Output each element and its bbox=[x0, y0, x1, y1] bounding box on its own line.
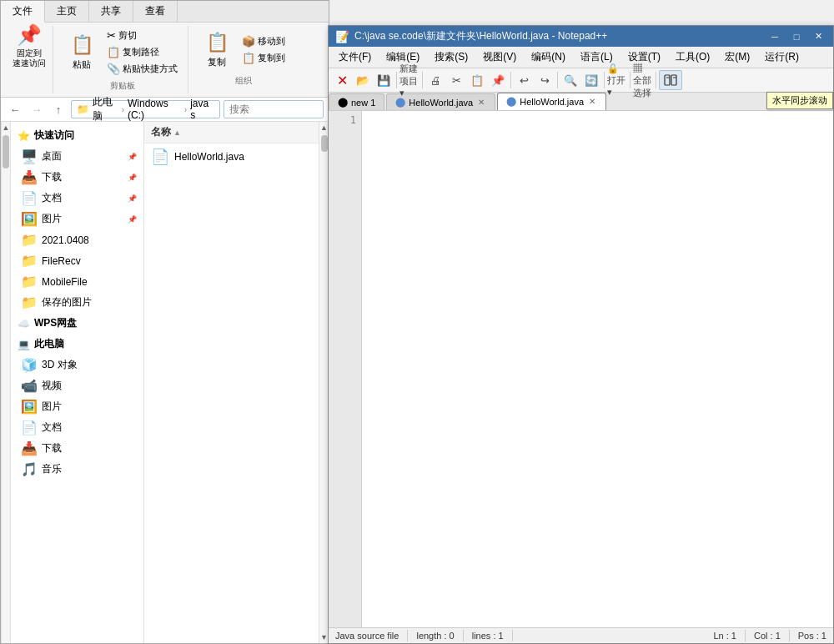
path-arrow-2: › bbox=[184, 105, 187, 114]
menu-macro[interactable]: 宏(M) bbox=[718, 48, 756, 66]
sidebar-item-downloads2[interactable]: 📥 下载 bbox=[11, 438, 143, 459]
menu-run[interactable]: 运行(R) bbox=[758, 48, 806, 66]
tab-helloworld1-close[interactable]: ✕ bbox=[476, 97, 486, 108]
tab-view[interactable]: 查看 bbox=[133, 1, 178, 22]
tb-undo-button[interactable]: ↩ bbox=[514, 70, 534, 90]
file-scroll-thumb[interactable] bbox=[321, 135, 328, 152]
folder-filerecv-icon: 📁 bbox=[21, 253, 38, 269]
sidebar-item-savedpics[interactable]: 📁 保存的图片 bbox=[11, 292, 143, 313]
back-button[interactable]: ← bbox=[6, 100, 24, 118]
pin-indicator-4: 📌 bbox=[128, 215, 137, 224]
address-path[interactable]: 📁 此电脑 › Windows (C:) › java s bbox=[71, 100, 220, 118]
sidebar-scroll-track[interactable]: ▲ bbox=[1, 122, 11, 643]
tab-helloworld2-close[interactable]: ✕ bbox=[587, 96, 597, 107]
paste-shortcut-button[interactable]: 📎 粘贴快捷方式 bbox=[103, 61, 181, 77]
paste-button[interactable]: 📋 粘贴 bbox=[63, 30, 100, 74]
tab-new1-dot: ⬤ bbox=[338, 97, 348, 108]
menu-file[interactable]: 文件(F) bbox=[332, 48, 378, 66]
pin-to-quick-access-button[interactable]: 📌 固定到速速访问 bbox=[13, 28, 46, 64]
wps-label: WPS网盘 bbox=[34, 316, 77, 330]
tab-new1[interactable]: ⬤ new 1 bbox=[329, 93, 384, 110]
copy-button[interactable]: 📋 复制 bbox=[198, 28, 235, 72]
sidebar-item-pictures[interactable]: 🖼️ 图片 📌 bbox=[11, 209, 143, 229]
file-scroll-up[interactable]: ▲ bbox=[320, 123, 328, 132]
svg-rect-0 bbox=[665, 75, 670, 85]
sidebar-item-music[interactable]: 🎵 音乐 bbox=[11, 459, 143, 480]
sidebar-item-videos[interactable]: 📹 视频 bbox=[11, 375, 143, 396]
sidebar-item-3d[interactable]: 🧊 3D 对象 bbox=[11, 355, 143, 375]
status-sep-4 bbox=[745, 630, 746, 641]
npp-minimize-button[interactable]: ─ bbox=[766, 30, 783, 43]
folder-mobilefile-icon: 📁 bbox=[21, 274, 38, 289]
tb-save-button[interactable]: 💾 bbox=[374, 70, 394, 90]
scissors-icon: ✂ bbox=[107, 29, 116, 42]
ribbon-group-pin: 📌 固定到速速访问 bbox=[6, 26, 53, 93]
tb-find-button[interactable]: 🔍 bbox=[560, 70, 580, 90]
sidebar-item-docs2[interactable]: 📄 文档 bbox=[11, 417, 143, 438]
tb-copy-button[interactable]: 📋 bbox=[467, 70, 487, 90]
move-to-button[interactable]: 📦 移动到 bbox=[239, 33, 289, 49]
copy-to-button[interactable]: 📋 复制到 bbox=[239, 50, 289, 66]
sidebar-item-pics2[interactable]: 🖼️ 图片 bbox=[11, 396, 143, 417]
tab-share[interactable]: 共享 bbox=[89, 1, 133, 22]
file-list-with-scroll: 名称 ▲ 📄 HelloWorld.java bbox=[144, 122, 319, 643]
menu-view[interactable]: 视图(V) bbox=[476, 48, 523, 66]
sidebar-item-docs[interactable]: 📄 文档 📌 bbox=[11, 188, 143, 209]
sidebar-item-desktop[interactable]: 🖥️ 桌面 📌 bbox=[11, 146, 143, 167]
ribbon: 文件 主页 共享 查看 📌 固定到速速访问 📋 粘贴 bbox=[1, 1, 329, 98]
menu-search[interactable]: 搜索(S) bbox=[428, 48, 475, 66]
status-filetype: Java source file bbox=[335, 631, 399, 641]
tab-helloworld2[interactable]: ⬤ HelloWorld.java ✕ bbox=[497, 93, 606, 110]
file-scroll-down[interactable]: ▼ bbox=[320, 633, 328, 641]
tb-redo-button[interactable]: ↪ bbox=[535, 70, 555, 90]
move-icon: 📦 bbox=[242, 35, 255, 48]
tb-open-button[interactable]: 📂 bbox=[353, 70, 373, 90]
tb-new-project-button[interactable]: 新建项目▾ bbox=[399, 70, 420, 90]
tb-paste-button[interactable]: 📌 bbox=[488, 70, 508, 90]
sidebar-item-2021[interactable]: 📁 2021.0408 bbox=[11, 229, 143, 250]
code-editor[interactable] bbox=[362, 111, 833, 627]
status-ln: Ln : 1 bbox=[713, 631, 736, 641]
scroll-thumb[interactable] bbox=[3, 135, 9, 169]
sidebar-item-downloads[interactable]: 📥 下载 📌 bbox=[11, 167, 143, 188]
music-icon: 🎵 bbox=[21, 461, 38, 477]
downloads2-icon: 📥 bbox=[21, 440, 38, 456]
tb-sync-scroll-button[interactable] bbox=[659, 70, 682, 90]
tab-file[interactable]: 文件 bbox=[1, 1, 45, 23]
sidebar-header-quickaccess[interactable]: ⭐ 快速访问 bbox=[11, 125, 143, 146]
file-item-helloworld[interactable]: 📄 HelloWorld.java bbox=[144, 143, 319, 170]
folder-filerecv-label: FileRecv bbox=[42, 255, 81, 267]
tb-replace-button[interactable]: 🔄 bbox=[581, 70, 601, 90]
scroll-up-arrow[interactable]: ▲ bbox=[3, 123, 10, 132]
search-input[interactable] bbox=[224, 100, 324, 118]
docs-label: 文档 bbox=[42, 191, 62, 205]
tb-print-button[interactable]: 🖨 bbox=[425, 70, 445, 90]
up-button[interactable]: ↑ bbox=[49, 100, 68, 118]
tb-select-all-button[interactable]: ▦ 全部选择 bbox=[633, 70, 653, 90]
sidebar-item-mobilefile[interactable]: 📁 MobileFile bbox=[11, 271, 143, 292]
npp-close-button[interactable]: ✕ bbox=[810, 30, 826, 43]
paste-shortcut-icon: 📎 bbox=[107, 63, 120, 75]
tb-sep-6 bbox=[630, 72, 631, 88]
sidebar-item-filerecv[interactable]: 📁 FileRecv bbox=[11, 250, 143, 271]
tab-home[interactable]: 主页 bbox=[45, 1, 89, 22]
path-arrow-1: › bbox=[122, 105, 124, 114]
paste-label: 粘贴 bbox=[73, 58, 91, 71]
sidebar-header-wps[interactable]: ☁️ WPS网盘 bbox=[11, 313, 143, 334]
tb-cut-button[interactable]: ✂ bbox=[446, 70, 466, 90]
cut-button[interactable]: ✂ 剪切 bbox=[103, 28, 181, 43]
menu-encode[interactable]: 编码(N) bbox=[525, 48, 572, 66]
editor-container: 1 bbox=[329, 111, 833, 627]
tb-new-file-button[interactable]: ✕ bbox=[332, 70, 352, 90]
tab-hw2-dot: ⬤ bbox=[506, 96, 516, 107]
copy-path-button[interactable]: 📋 复制路径 bbox=[103, 44, 181, 60]
clipboard-buttons: 📋 粘贴 ✂ 剪切 📋 复制路径 📎 bbox=[63, 28, 181, 77]
music-label: 音乐 bbox=[42, 462, 62, 476]
tb-sep-4 bbox=[557, 72, 558, 88]
npp-maximize-button[interactable]: □ bbox=[788, 30, 805, 43]
tb-open-dropdown-button[interactable]: 🔓 打开▾ bbox=[607, 70, 627, 90]
clipboard-small-buttons: ✂ 剪切 📋 复制路径 📎 粘贴快捷方式 bbox=[103, 28, 181, 77]
folder-2021-label: 2021.0408 bbox=[42, 234, 89, 246]
menu-tools[interactable]: 工具(O) bbox=[669, 48, 716, 66]
sidebar-header-thispc[interactable]: 💻 此电脑 bbox=[11, 334, 143, 355]
